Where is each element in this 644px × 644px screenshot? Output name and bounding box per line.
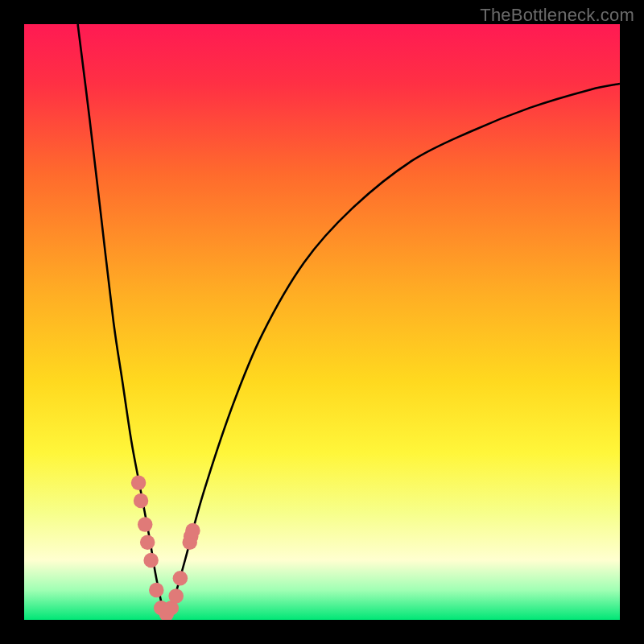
marker-point: [134, 493, 149, 509]
marker-point: [131, 476, 147, 491]
marker-point: [173, 571, 188, 586]
marker-point: [185, 523, 200, 539]
outer-frame: TheBottleneck.com: [0, 0, 644, 644]
marker-point: [143, 553, 159, 568]
watermark-text: TheBottleneck.com: [480, 5, 634, 26]
chart-svg: [24, 24, 620, 620]
plot-area: [24, 24, 620, 620]
marker-point: [168, 588, 184, 604]
marker-point: [138, 517, 153, 532]
right-branch-curve: [166, 84, 620, 617]
left-branch-curve: [78, 24, 167, 617]
marker-group: [131, 476, 200, 620]
marker-point: [140, 535, 155, 551]
marker-point: [149, 583, 164, 598]
